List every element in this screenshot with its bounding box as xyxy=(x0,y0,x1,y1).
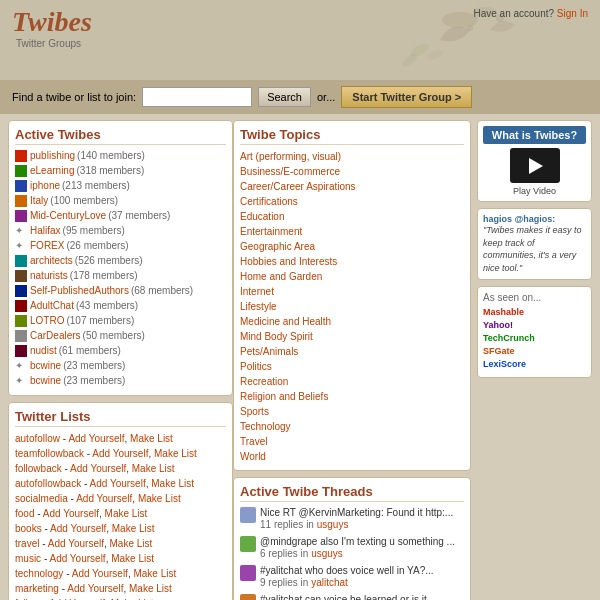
twibe-count: (95 members) xyxy=(63,224,125,238)
twibe-topics-box: Twibe Topics Art (performing, visual)Bus… xyxy=(233,120,471,471)
logo: Twibes xyxy=(12,8,92,36)
topic-link[interactable]: World xyxy=(240,449,464,464)
twibe-link[interactable]: Italy xyxy=(30,194,48,208)
topic-link[interactable]: Lifestyle xyxy=(240,299,464,314)
twibe-count: (37 members) xyxy=(108,209,170,223)
play-video-button[interactable] xyxy=(510,148,560,183)
list-action-link[interactable]: Make List xyxy=(154,448,197,459)
topic-link[interactable]: Technology xyxy=(240,419,464,434)
right-sidebar: What is Twibes? Play Video hagios @hagio… xyxy=(477,120,592,600)
topic-link[interactable]: Internet xyxy=(240,284,464,299)
list-name-link[interactable]: teamfollowback xyxy=(15,448,84,459)
list-action-link[interactable]: Make List xyxy=(129,583,172,594)
active-threads-title: Active Twibe Threads xyxy=(240,484,464,502)
list-action-link[interactable]: Add Yourself xyxy=(43,508,99,519)
list-name-link[interactable]: books xyxy=(15,523,42,534)
twibe-link[interactable]: architects xyxy=(30,254,73,268)
topic-link[interactable]: Certifications xyxy=(240,194,464,209)
list-action-link[interactable]: Add Yourself xyxy=(67,583,123,594)
topic-link[interactable]: Geographic Area xyxy=(240,239,464,254)
twibe-link[interactable]: naturists xyxy=(30,269,68,283)
topic-link[interactable]: Sports xyxy=(240,404,464,419)
twibe-count: (50 members) xyxy=(83,329,145,343)
thread-group-link[interactable]: yalitchat xyxy=(311,577,348,588)
search-button[interactable]: Search xyxy=(258,87,311,107)
twibe-link[interactable]: iphone xyxy=(30,179,60,193)
topic-link[interactable]: Pets/Animals xyxy=(240,344,464,359)
twibe-item: architects (526 members) xyxy=(15,254,226,268)
list-action-link[interactable]: Add Yourself xyxy=(72,568,128,579)
twibe-link[interactable]: AdultChat xyxy=(30,299,74,313)
list-action-link[interactable]: Add Yourself xyxy=(68,433,124,444)
topic-link[interactable]: Entertainment xyxy=(240,224,464,239)
list-action-link[interactable]: Make List xyxy=(151,478,194,489)
twibe-link[interactable]: bcwine xyxy=(30,359,61,373)
thread-group-link[interactable]: usguys xyxy=(317,519,349,530)
list-action-link[interactable]: Make List xyxy=(110,538,153,549)
svg-point-3 xyxy=(467,25,473,31)
topic-link[interactable]: Recreation xyxy=(240,374,464,389)
topic-link[interactable]: Education xyxy=(240,209,464,224)
list-action-link[interactable]: Make List xyxy=(112,523,155,534)
list-action-link[interactable]: Make List xyxy=(133,568,176,579)
topic-link[interactable]: Religion and Beliefs xyxy=(240,389,464,404)
twibe-icon: ✦ xyxy=(15,360,27,372)
twibe-item: ✦FOREX (26 members) xyxy=(15,239,226,253)
twibe-link[interactable]: Halifax xyxy=(30,224,61,238)
topic-link[interactable]: Career/Career Aspirations xyxy=(240,179,464,194)
twibe-link[interactable]: FOREX xyxy=(30,239,64,253)
list-action-link[interactable]: Make List xyxy=(111,553,154,564)
seen-logo-yahoo: Yahoo! xyxy=(483,320,586,330)
list-action-link[interactable]: Add Yourself xyxy=(49,553,105,564)
topic-link[interactable]: Home and Garden xyxy=(240,269,464,284)
twibe-link[interactable]: LOTRO xyxy=(30,314,64,328)
list-action-link[interactable]: Add Yourself xyxy=(92,448,148,459)
topic-link[interactable]: Medicine and Health xyxy=(240,314,464,329)
list-item: teamfollowback - Add Yourself, Make List xyxy=(15,446,226,461)
topic-link[interactable]: Travel xyxy=(240,434,464,449)
list-action-link[interactable]: Make List xyxy=(138,493,181,504)
list-action-link[interactable]: Add Yourself xyxy=(90,478,146,489)
twibe-icon xyxy=(15,180,27,192)
header: Twibes Twitter Groups Have an account? S… xyxy=(0,0,600,80)
topic-link[interactable]: Hobbies and Interests xyxy=(240,254,464,269)
twibe-link[interactable]: Self-PublishedAuthors xyxy=(30,284,129,298)
twibe-item: CarDealers (50 members) xyxy=(15,329,226,343)
topic-link[interactable]: Mind Body Spirit xyxy=(240,329,464,344)
twibe-link[interactable]: Mid-CenturyLove xyxy=(30,209,106,223)
list-name-link[interactable]: food xyxy=(15,508,34,519)
topic-link[interactable]: Art (performing, visual) xyxy=(240,149,464,164)
twibe-link[interactable]: CarDealers xyxy=(30,329,81,343)
list-name-link[interactable]: music xyxy=(15,553,41,564)
list-name-link[interactable]: socialmedia xyxy=(15,493,68,504)
twibe-item: publishing (140 members) xyxy=(15,149,226,163)
twibe-item: naturists (178 members) xyxy=(15,269,226,283)
twibe-link[interactable]: publishing xyxy=(30,149,75,163)
list-name-link[interactable]: followback xyxy=(15,463,62,474)
twibe-count: (100 members) xyxy=(50,194,118,208)
twibe-link[interactable]: eLearning xyxy=(30,164,74,178)
list-action-link[interactable]: Add Yourself xyxy=(76,493,132,504)
twibe-count: (23 members) xyxy=(63,374,125,388)
twibe-link[interactable]: bcwine xyxy=(30,374,61,388)
thread-content: #yalitchat can voice be learned or is it… xyxy=(260,593,464,600)
list-name-link[interactable]: autofollowback xyxy=(15,478,81,489)
topic-link[interactable]: Politics xyxy=(240,359,464,374)
list-action-link[interactable]: Add Yourself xyxy=(50,523,106,534)
list-name-link[interactable]: technology xyxy=(15,568,63,579)
list-name-link[interactable]: marketing xyxy=(15,583,59,594)
list-action-link[interactable]: Add Yourself xyxy=(70,463,126,474)
start-group-button[interactable]: Start Twitter Group > xyxy=(341,86,472,108)
twibe-link[interactable]: nudist xyxy=(30,344,57,358)
list-action-link[interactable]: Make List xyxy=(130,433,173,444)
list-name-link[interactable]: travel xyxy=(15,538,39,549)
search-input[interactable] xyxy=(142,87,252,107)
list-action-link[interactable]: Make List xyxy=(132,463,175,474)
list-action-link[interactable]: Make List xyxy=(105,508,148,519)
thread-group-link[interactable]: usguys xyxy=(311,548,343,559)
topic-link[interactable]: Business/E-commerce xyxy=(240,164,464,179)
list-action-link[interactable]: Add Yourself xyxy=(48,538,104,549)
thread-content: #yalitchat who does voice well in YA?...… xyxy=(260,564,464,588)
list-name-link[interactable]: autofollow xyxy=(15,433,60,444)
sign-in-link[interactable]: Sign In xyxy=(557,8,588,19)
